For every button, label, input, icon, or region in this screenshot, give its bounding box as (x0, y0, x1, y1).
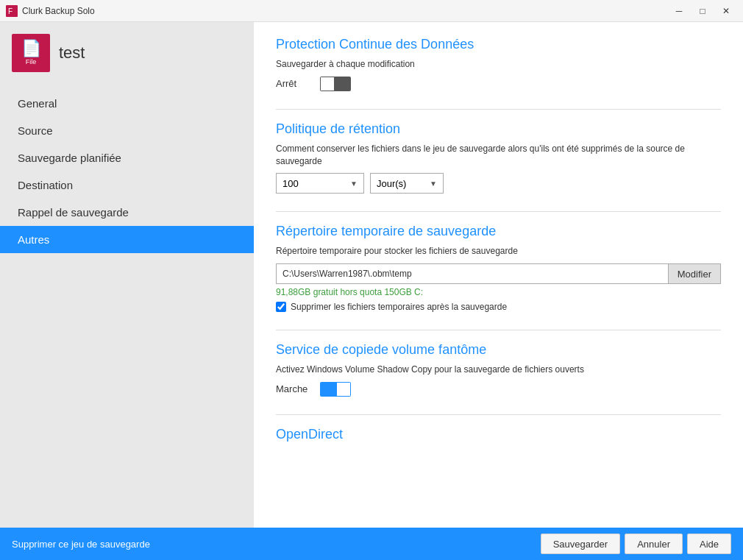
protection-toggle[interactable] (320, 77, 351, 91)
modify-button[interactable]: Modifier (668, 263, 721, 284)
divider-3 (276, 330, 721, 330)
sidebar-item-reminder[interactable]: Rappel de sauvegarde (0, 199, 254, 226)
section-tempdir: Répertoire temporaire de sauvegarde Répe… (276, 224, 721, 312)
retention-value: 100 (282, 178, 299, 189)
free-space-text: 91,88GB gratuit hors quota 150GB C: (276, 287, 721, 297)
protection-title: Protection Continue des Données (276, 37, 721, 52)
sidebar-item-source[interactable]: Source (0, 117, 254, 144)
title-bar-left: F Clurk Backup Solo (6, 5, 95, 17)
delete-backup-label: Supprimer ce jeu de sauvegarde (12, 539, 150, 550)
file-icon-symbol: 📄 (21, 40, 41, 57)
path-input[interactable] (276, 263, 668, 284)
svg-text:F: F (8, 7, 13, 15)
bottom-bar-buttons: Sauvegarder Annuler Aide (541, 534, 731, 554)
section-retention: Politique de rétention Comment conserver… (276, 121, 721, 194)
retention-desc: Comment conserver les fichiers dans le j… (276, 143, 721, 168)
title-bar-controls: ─ □ ✕ (668, 3, 737, 19)
tempdir-desc: Répertoire temporaire pour stocker les f… (276, 245, 721, 258)
profile-name: test (59, 43, 85, 63)
vss-desc: Activez Windows Volume Shadow Copy pour … (276, 364, 721, 376)
cancel-button[interactable]: Annuler (625, 534, 683, 554)
file-icon-label: File (26, 58, 37, 65)
sidebar: 📄 File test General Source Sauvegarde pl… (0, 22, 254, 528)
retention-value-arrow: ▼ (350, 180, 358, 188)
vss-toggle-label: Marche (276, 383, 313, 394)
bottom-bar: Supprimer ce jeu de sauvegarde Sauvegard… (0, 528, 743, 560)
opendirect-title: OpenDirect (276, 427, 721, 442)
help-button[interactable]: Aide (687, 534, 731, 554)
retention-unit-select[interactable]: Jour(s) ▼ (370, 173, 444, 194)
profile-icon: 📄 File (12, 34, 50, 72)
sidebar-item-others[interactable]: Autres (0, 226, 254, 253)
app-title: Clurk Backup Solo (22, 6, 95, 16)
sidebar-item-destination[interactable]: Destination (0, 171, 254, 199)
retention-value-select[interactable]: 100 ▼ (276, 173, 364, 194)
divider-4 (276, 414, 721, 415)
delete-temp-row: Supprimer les fichiers temporaires après… (276, 302, 721, 312)
content-scroll[interactable]: Protection Continue des Données Sauvegar… (254, 22, 743, 528)
retention-unit: Jour(s) (377, 178, 406, 189)
app-icon: F (6, 5, 18, 17)
protection-toggle-label: Arrêt (276, 78, 313, 89)
main-container: 📄 File test General Source Sauvegarde pl… (0, 22, 743, 528)
sidebar-header: 📄 File test (0, 22, 254, 84)
temp-dir-row: Modifier (276, 263, 721, 284)
protection-toggle-row: Arrêt (276, 77, 721, 91)
section-opendirect: OpenDirect (276, 427, 721, 442)
retention-unit-arrow: ▼ (430, 180, 437, 188)
delete-temp-checkbox[interactable] (276, 302, 286, 312)
vss-toggle-row: Marche (276, 382, 721, 397)
sidebar-item-general[interactable]: General (0, 90, 254, 117)
close-button[interactable]: ✕ (715, 3, 737, 19)
retention-title: Politique de rétention (276, 121, 721, 137)
section-vss: Service de copiede volume fantôme Active… (276, 342, 721, 397)
vss-toggle[interactable] (320, 382, 351, 397)
title-bar: F Clurk Backup Solo ─ □ ✕ (0, 0, 743, 22)
divider-2 (276, 211, 721, 212)
vss-title: Service de copiede volume fantôme (276, 342, 721, 358)
delete-temp-label: Supprimer les fichiers temporaires après… (291, 302, 507, 312)
divider-1 (276, 109, 721, 110)
toggle-knob (321, 77, 334, 91)
sidebar-nav: General Source Sauvegarde planifiée Dest… (0, 90, 254, 253)
maximize-button[interactable]: □ (692, 3, 714, 19)
tempdir-title: Répertoire temporaire de sauvegarde (276, 224, 721, 239)
retention-row: 100 ▼ Jour(s) ▼ (276, 173, 721, 194)
vss-toggle-knob (337, 383, 350, 396)
content-panel: Protection Continue des Données Sauvegar… (254, 22, 743, 528)
protection-desc: Sauvegarder à chaque modification (276, 58, 721, 71)
section-protection: Protection Continue des Données Sauvegar… (276, 37, 721, 91)
save-button[interactable]: Sauvegarder (541, 534, 620, 554)
sidebar-item-scheduled[interactable]: Sauvegarde planifiée (0, 144, 254, 171)
minimize-button[interactable]: ─ (668, 3, 690, 19)
